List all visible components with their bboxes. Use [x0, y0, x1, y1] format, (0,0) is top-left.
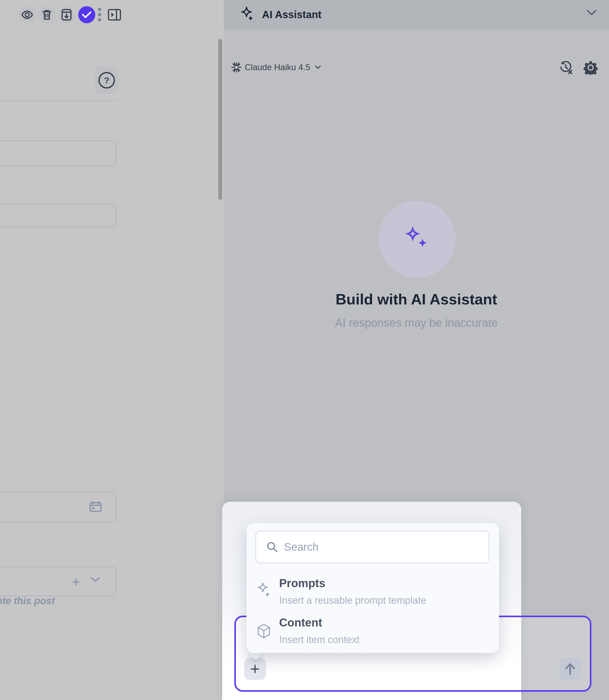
question-mark-icon: ? [99, 72, 115, 89]
confirm-button[interactable] [78, 6, 95, 23]
menu-item-prompts[interactable]: Prompts Insert a reusable prompt templat… [246, 575, 499, 614]
menu-item-content[interactable]: Content Insert item context [246, 614, 499, 653]
menu-item-description: Insert item context [279, 634, 360, 645]
menu-item-title: Prompts [279, 577, 325, 590]
sparkles-icon [256, 582, 272, 599]
empty-state-title: Build with AI Assistant [224, 291, 609, 308]
anthropic-logo-icon [231, 62, 242, 72]
kebab-menu-icon [98, 8, 101, 11]
ai-avatar [379, 200, 456, 278]
sparkle-icon [403, 226, 431, 253]
search-input[interactable] [283, 541, 466, 554]
promote-post-label: ote this post [0, 595, 64, 607]
calendar-icon[interactable] [89, 501, 102, 512]
trash-icon [42, 9, 52, 20]
delete-button[interactable] [38, 6, 55, 23]
archive-button[interactable] [58, 6, 75, 23]
empty-state-subtitle: AI responses may be inaccurate [224, 316, 609, 329]
plus-icon: + [250, 661, 260, 677]
menu-item-description: Insert a reusable prompt template [279, 595, 426, 606]
attachment-popup: Prompts Insert a reusable prompt templat… [246, 523, 499, 653]
preview-button[interactable] [19, 6, 36, 23]
add-item-icon[interactable]: + [71, 574, 80, 589]
history-clear-icon [559, 61, 573, 74]
form-field-1[interactable] [0, 141, 116, 166]
form-field-2[interactable] [0, 204, 116, 227]
send-button[interactable] [559, 658, 581, 680]
cube-icon [256, 623, 272, 640]
model-name: Claude Haiku 4.5 [245, 63, 310, 72]
check-icon [82, 11, 92, 19]
chevron-down-icon[interactable] [91, 577, 100, 582]
panel-right-icon [108, 9, 121, 21]
toggle-panel-button[interactable] [108, 9, 121, 21]
eye-icon [21, 10, 33, 19]
ai-settings-button[interactable] [584, 60, 597, 74]
more-options-button[interactable] [98, 8, 101, 21]
model-chevron-icon [315, 65, 321, 69]
menu-item-title: Content [279, 616, 322, 629]
editor-panel: ? + ote this post [0, 0, 224, 700]
model-selector[interactable]: Claude Haiku 4.5 [231, 62, 321, 72]
arrow-up-icon [564, 663, 576, 675]
panel-title: AI Assistant [262, 9, 321, 20]
app-screen: ? + ote this post [0, 0, 609, 700]
clear-history-button[interactable] [559, 61, 573, 74]
ai-assistant-header[interactable]: AI Assistant [224, 0, 609, 29]
section-divider [0, 101, 119, 101]
search-icon [266, 541, 278, 553]
help-button[interactable]: ? [95, 67, 118, 94]
collapse-panel-icon[interactable] [586, 9, 597, 16]
popup-search[interactable] [255, 531, 489, 563]
editor-scrollbar[interactable] [218, 39, 222, 200]
archive-down-icon [62, 9, 72, 21]
attach-button[interactable]: + [244, 658, 266, 680]
ai-sparkle-icon [240, 7, 255, 22]
gear-icon [584, 60, 597, 74]
